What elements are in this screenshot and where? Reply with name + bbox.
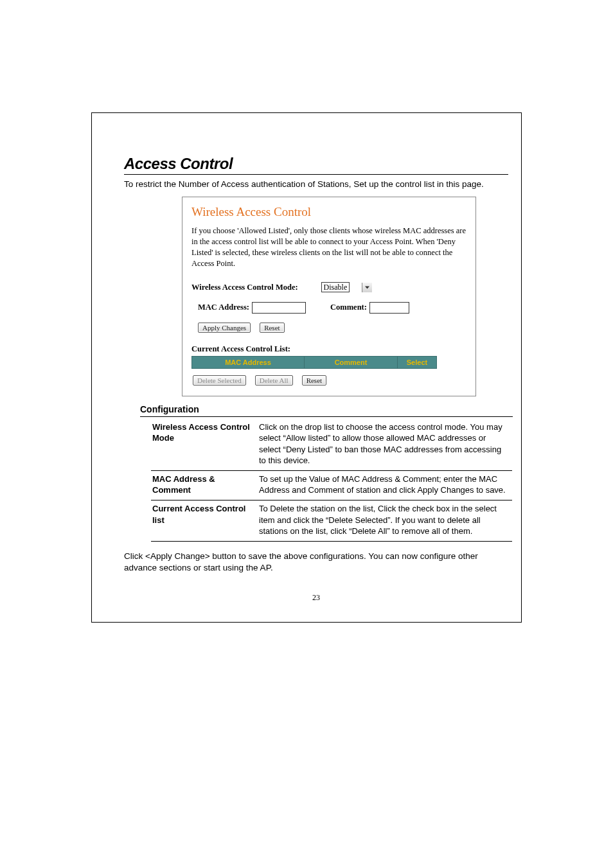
delete-selected-button[interactable]: Delete Selected bbox=[193, 375, 246, 385]
screenshot-description: If you choose 'Allowed Listed', only tho… bbox=[191, 226, 466, 269]
intro-text: To restrict the Number of Access authent… bbox=[124, 179, 508, 190]
table-row: Current Access Control list To Delete th… bbox=[151, 500, 512, 542]
reset-button[interactable]: Reset bbox=[260, 323, 284, 333]
acl-col-comment: Comment bbox=[305, 357, 398, 368]
screenshot-title: Wireless Access Control bbox=[191, 205, 466, 219]
mode-select-value: Disable bbox=[321, 282, 350, 292]
apply-changes-button[interactable]: Apply Changes bbox=[198, 323, 251, 333]
mode-row: Wireless Access Control Mode: Disable bbox=[191, 282, 466, 293]
acl-col-mac: MAC Address bbox=[192, 357, 305, 368]
comment-label: Comment: bbox=[330, 303, 367, 312]
table-row: Wireless Access Control Mode Click on th… bbox=[151, 419, 512, 471]
acl-table-header: MAC Address Comment Select bbox=[191, 356, 437, 369]
cfg-desc: To set up the Value of MAC Address & Com… bbox=[258, 470, 512, 500]
comment-input[interactable] bbox=[369, 302, 409, 314]
page-title-rule: Access Control bbox=[124, 155, 508, 175]
page-number: 23 bbox=[124, 593, 508, 603]
cfg-desc: Click on the drop list to choose the acc… bbox=[258, 419, 512, 471]
mode-select[interactable]: Disable bbox=[321, 282, 373, 293]
router-screenshot-panel: Wireless Access Control If you choose 'A… bbox=[182, 197, 476, 396]
reset-list-button[interactable]: Reset bbox=[302, 375, 326, 385]
cfg-desc: To Delete the station on the list, Click… bbox=[258, 500, 512, 542]
configuration-heading: Configuration bbox=[140, 404, 513, 417]
acl-col-select: Select bbox=[398, 357, 436, 368]
mac-comment-row: MAC Address: Comment: bbox=[198, 302, 466, 314]
mac-label: MAC Address: bbox=[198, 303, 249, 312]
apply-reset-row: Apply Changes Reset bbox=[198, 323, 466, 333]
delete-buttons-row: Delete Selected Delete All Reset bbox=[193, 375, 466, 385]
chevron-down-icon bbox=[362, 283, 372, 292]
mac-address-input[interactable] bbox=[252, 302, 306, 314]
mode-label: Wireless Access Control Mode: bbox=[191, 283, 298, 292]
document-page: Access Control To restrict the Number of… bbox=[91, 112, 522, 623]
delete-all-button[interactable]: Delete All bbox=[255, 375, 293, 385]
footer-note: Click <Apply Change> button to save the … bbox=[124, 551, 508, 574]
cfg-label: Wireless Access Control Mode bbox=[151, 419, 258, 471]
page-title: Access Control bbox=[124, 155, 508, 173]
acl-heading: Current Access Control List: bbox=[191, 344, 466, 354]
configuration-table: Wireless Access Control Mode Click on th… bbox=[151, 419, 512, 542]
cfg-label: MAC Address & Comment bbox=[151, 470, 258, 500]
table-row: MAC Address & Comment To set up the Valu… bbox=[151, 470, 512, 500]
cfg-label: Current Access Control list bbox=[151, 500, 258, 542]
